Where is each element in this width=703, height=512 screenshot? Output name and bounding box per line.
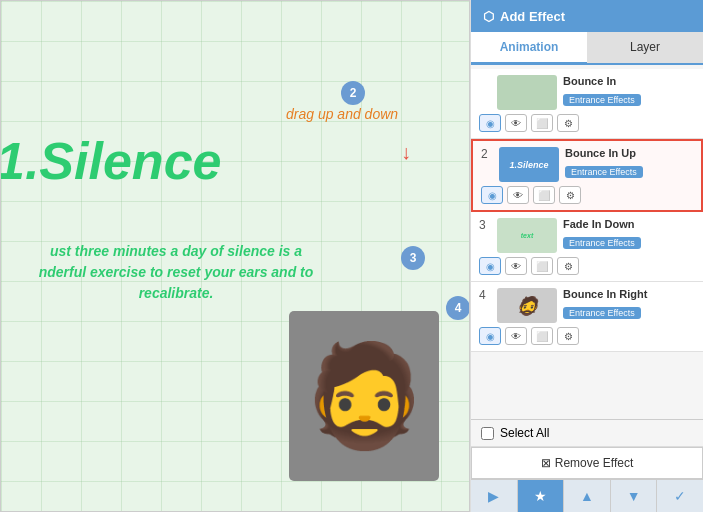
ctrl-screen-3[interactable]: ⬜ [531, 257, 553, 275]
anim-thumb-1 [497, 75, 557, 110]
ctrl-screen-4[interactable]: ⬜ [531, 327, 553, 345]
remove-effect-label: Remove Effect [555, 456, 633, 470]
anim-thumb-2: 1.Silence [499, 147, 559, 182]
ctrl-eye-1[interactable]: 👁 [505, 114, 527, 132]
ctrl-eye-circle-3[interactable]: ◉ [479, 257, 501, 275]
ctrl-gear-4[interactable]: ⚙ [557, 327, 579, 345]
anim-item-1[interactable]: Bounce In Entrance Effects ◉ 👁 ⬜ ⚙ [471, 69, 703, 139]
select-all-label: Select All [500, 426, 549, 440]
anim-badge-3: Entrance Effects [563, 237, 641, 249]
anim-info-1: Bounce In Entrance Effects [563, 75, 695, 107]
anim-thumb-3: text [497, 218, 557, 253]
ctrl-gear-1[interactable]: ⚙ [557, 114, 579, 132]
remove-effect-icon: ⊠ [541, 456, 551, 470]
anim-item-2[interactable]: 2 1.Silence Bounce In Up Entrance Effect… [471, 139, 703, 212]
ctrl-eye-4[interactable]: 👁 [505, 327, 527, 345]
anim-name-4: Bounce In Right [563, 288, 695, 300]
toolbar-star-btn[interactable]: ★ [518, 480, 565, 512]
tab-layer[interactable]: Layer [587, 32, 703, 63]
anim-badge-2: Entrance Effects [565, 166, 643, 178]
anim-badge-4: Entrance Effects [563, 307, 641, 319]
anim-item-3[interactable]: 3 text Fade In Down Entrance Effects ◉ 👁… [471, 212, 703, 282]
anim-info-3: Fade In Down Entrance Effects [563, 218, 695, 250]
ctrl-eye-circle-2[interactable]: ◉ [481, 186, 503, 204]
remove-effect-button[interactable]: ⊠ Remove Effect [471, 447, 703, 479]
ctrl-screen-1[interactable]: ⬜ [531, 114, 553, 132]
select-all-row[interactable]: Select All [471, 420, 703, 447]
select-all-checkbox[interactable] [481, 427, 494, 440]
character-silhouette: 🧔 [289, 311, 439, 481]
badge-item-2: 2 [341, 81, 365, 105]
badge-item-3: 3 [401, 246, 425, 270]
ctrl-eye-2[interactable]: 👁 [507, 186, 529, 204]
add-effect-icon: ⬡ [483, 9, 494, 24]
toolbar-play-btn[interactable]: ▶ [471, 480, 518, 512]
ctrl-gear-3[interactable]: ⚙ [557, 257, 579, 275]
add-effect-label: Add Effect [500, 9, 565, 24]
anim-num-4: 4 [479, 288, 491, 302]
anim-controls-3: ◉ 👁 ⬜ ⚙ [479, 257, 695, 275]
animation-list: Bounce In Entrance Effects ◉ 👁 ⬜ ⚙ 2 1.S… [471, 65, 703, 419]
toolbar-row: ▶ ★ ▲ ▼ ✓ [471, 479, 703, 512]
anim-controls-1: ◉ 👁 ⬜ ⚙ [479, 114, 695, 132]
tab-animation[interactable]: Animation [471, 32, 587, 65]
ctrl-screen-2[interactable]: ⬜ [533, 186, 555, 204]
panel-header[interactable]: ⬡ Add Effect [471, 0, 703, 32]
toolbar-up-btn[interactable]: ▲ [564, 480, 611, 512]
anim-controls-2: ◉ 👁 ⬜ ⚙ [481, 186, 693, 204]
anim-name-2: Bounce In Up [565, 147, 693, 159]
toolbar-check-btn[interactable]: ✓ [657, 480, 703, 512]
toolbar-down-btn[interactable]: ▼ [611, 480, 658, 512]
canvas-area: 2 drag up and down ↓ 1.Silence ust three… [0, 0, 470, 512]
anim-name-1: Bounce In [563, 75, 695, 87]
ctrl-gear-2[interactable]: ⚙ [559, 186, 581, 204]
drag-arrow-icon: ↓ [401, 141, 411, 164]
anim-thumb-4: 🧔 [497, 288, 557, 323]
ctrl-eye-circle-1[interactable]: ◉ [479, 114, 501, 132]
drag-instruction: drag up and down [286, 106, 398, 122]
anim-badge-1: Entrance Effects [563, 94, 641, 106]
anim-item-4[interactable]: 4 🧔 Bounce In Right Entrance Effects ◉ 👁… [471, 282, 703, 352]
character-image: 🧔 [289, 311, 439, 481]
right-panel: ⬡ Add Effect Animation Layer Bounce In E… [470, 0, 703, 512]
slide-body-text: ust three minutes a day of silence is a … [0, 241, 361, 304]
anim-controls-4: ◉ 👁 ⬜ ⚙ [479, 327, 695, 345]
slide-title: 1.Silence [0, 131, 221, 191]
panel-bottom: Select All ⊠ Remove Effect ▶ ★ ▲ ▼ ✓ [471, 419, 703, 512]
anim-name-3: Fade In Down [563, 218, 695, 230]
ctrl-eye-circle-4[interactable]: ◉ [479, 327, 501, 345]
anim-num-3: 3 [479, 218, 491, 232]
badge-item-4: 4 [446, 296, 470, 320]
anim-info-2: Bounce In Up Entrance Effects [565, 147, 693, 179]
anim-num-2: 2 [481, 147, 493, 161]
anim-info-4: Bounce In Right Entrance Effects [563, 288, 695, 320]
tabs-row: Animation Layer [471, 32, 703, 65]
ctrl-eye-3[interactable]: 👁 [505, 257, 527, 275]
